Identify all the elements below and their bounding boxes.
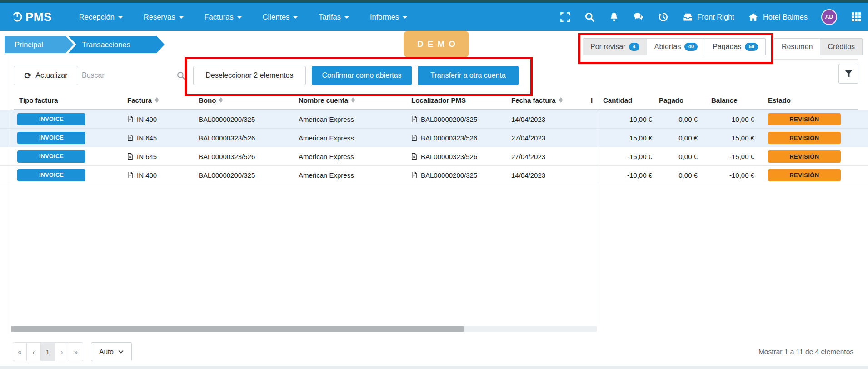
apps-grid-icon[interactable] (851, 11, 862, 22)
fixed-columns-divider (598, 91, 598, 326)
cell-cantidad: -15,00 € (602, 147, 652, 165)
document-icon (127, 115, 133, 123)
pagination: « ‹ 1 › » (13, 342, 83, 361)
sort-icon (219, 97, 223, 103)
header-tipo-factura: Tipo factura (19, 91, 87, 109)
nav-clientes[interactable]: Clientes (263, 13, 298, 21)
document-icon (127, 134, 133, 141)
user-avatar[interactable]: AD (821, 9, 837, 25)
nav-tarifas[interactable]: Tarifas (319, 13, 349, 21)
confirm-open-button[interactable]: Confirmar como abiertas (312, 66, 412, 85)
page-size-select[interactable]: Auto (91, 342, 132, 361)
header-nombre-cuenta[interactable]: Nombre cuenta (299, 91, 355, 109)
nav-informes[interactable]: Informes (370, 13, 407, 21)
results-summary: Mostrar 1 a 11 de 4 elementos (758, 348, 853, 356)
page-next-button[interactable]: › (55, 342, 69, 361)
cell-cantidad: 10,00 € (602, 110, 652, 128)
demo-badge: DEMO (404, 31, 469, 57)
cell-estado: REVISIÓN (768, 166, 842, 184)
cell-nombre-cuenta: American Express (299, 147, 354, 165)
tab-abiertas[interactable]: Abiertas 40 (647, 38, 706, 55)
app-window: PMS RecepciónReservasFacturasClientesTar… (0, 0, 868, 369)
table-row[interactable]: INVOICE IN 645 BAL00000323/526 American … (0, 147, 868, 166)
page-prev-button[interactable]: ‹ (27, 342, 41, 361)
search-input[interactable] (81, 71, 177, 80)
tab-count-badge: 59 (745, 43, 758, 51)
cell-tipo-factura: INVOICE (17, 110, 85, 128)
bell-icon[interactable] (609, 11, 619, 22)
cell-tipo-factura: INVOICE (17, 147, 85, 165)
horizontal-scrollbar-track[interactable] (11, 326, 597, 332)
cell-factura: IN 645 (127, 147, 157, 165)
cell-estado: REVISIÓN (768, 129, 842, 147)
chat-icon[interactable] (633, 11, 644, 22)
cell-fecha-factura: 14/04/2023 (511, 166, 545, 184)
header-clipped-column: I (591, 91, 597, 109)
review-tab-group: Por revisar 4 Abiertas 40 Pagadas 59 (583, 38, 766, 55)
pms-logo[interactable]: PMS (12, 10, 52, 24)
breadcrumb-transacciones[interactable]: Transacciones (68, 36, 165, 53)
tab-label: Abiertas (654, 43, 681, 51)
brand-text: PMS (25, 10, 52, 24)
home-icon (748, 11, 759, 22)
history-icon[interactable] (658, 11, 668, 22)
transfer-button[interactable]: Transferir a otra cuenta (418, 66, 519, 85)
refresh-icon: ⟳ (24, 71, 31, 80)
nav-reservas[interactable]: Reservas (144, 13, 184, 21)
nav-recepcion[interactable]: Recepción (79, 13, 123, 21)
tab-creditos[interactable]: Créditos (820, 38, 863, 55)
table-row[interactable]: INVOICE IN 400 BAL00000200/325 American … (0, 110, 868, 129)
cell-balance: -15,00 € (707, 147, 754, 165)
caret-down-icon (237, 16, 242, 19)
breadcrumb-principal[interactable]: Principal (5, 36, 74, 53)
tab-pagadas[interactable]: Pagadas 59 (705, 38, 766, 55)
front-office-selector[interactable]: Front Right (682, 11, 734, 22)
tab-resumen[interactable]: Resumen (774, 38, 820, 55)
nav-tarifas-label: Tarifas (319, 13, 341, 21)
horizontal-scrollbar-thumb[interactable] (11, 326, 464, 332)
fullscreen-icon[interactable] (559, 11, 570, 22)
status-badge: REVISIÓN (768, 169, 841, 181)
main-menu: RecepciónReservasFacturasClientesTarifas… (79, 13, 407, 21)
header-cantidad: Cantidad (603, 91, 632, 109)
header-pagado: Pagado (659, 91, 683, 109)
page-last-button[interactable]: » (69, 342, 83, 361)
hotel-label: Hotel Balmes (763, 13, 808, 21)
search-field-icon[interactable] (177, 70, 185, 81)
hotel-selector[interactable]: Hotel Balmes (748, 11, 808, 22)
page-size-value: Auto (99, 348, 114, 356)
tabs-underline (773, 59, 858, 60)
filter-funnel-icon (845, 70, 853, 78)
header-fecha-factura[interactable]: Fecha factura (511, 91, 563, 109)
cell-factura: IN 400 (127, 166, 157, 184)
cell-localizador-pms: BAL00000323/526 (411, 129, 477, 147)
cell-pagado: 0,00 € (657, 129, 698, 147)
inbox-icon (682, 11, 693, 22)
cell-nombre-cuenta: American Express (299, 110, 354, 128)
header-estado: Estado (768, 91, 791, 109)
search-icon[interactable] (584, 11, 595, 22)
table-body: INVOICE IN 400 BAL00000200/325 American … (0, 110, 868, 184)
pms-logo-icon (12, 11, 23, 22)
status-badge: REVISIÓN (768, 132, 841, 144)
nav-facturas[interactable]: Facturas (205, 13, 242, 21)
refresh-button[interactable]: ⟳ Actualizar (14, 66, 78, 85)
front-office-label: Front Right (697, 13, 734, 21)
tab-por-revisar[interactable]: Por revisar 4 (583, 38, 647, 55)
nav-informes-label: Informes (370, 13, 399, 21)
header-factura[interactable]: Factura (127, 91, 159, 109)
document-icon (127, 171, 133, 179)
caret-down-icon (179, 16, 184, 19)
filter-button[interactable] (838, 64, 858, 84)
header-bono[interactable]: Bono (199, 91, 223, 109)
page-first-button[interactable]: « (13, 342, 27, 361)
page-number-button[interactable]: 1 (41, 342, 55, 361)
document-icon (411, 134, 417, 141)
caret-down-icon (118, 16, 123, 19)
table-row[interactable]: INVOICE IN 400 BAL00000200/325 American … (0, 166, 868, 184)
nav-facturas-label: Facturas (205, 13, 234, 21)
caret-down-icon (293, 16, 298, 19)
cell-balance: 10,00 € (707, 110, 754, 128)
deselect-button[interactable]: Deseleccionar 2 elementos (193, 66, 306, 85)
table-row[interactable]: INVOICE IN 645 BAL00000323/526 American … (0, 129, 868, 147)
